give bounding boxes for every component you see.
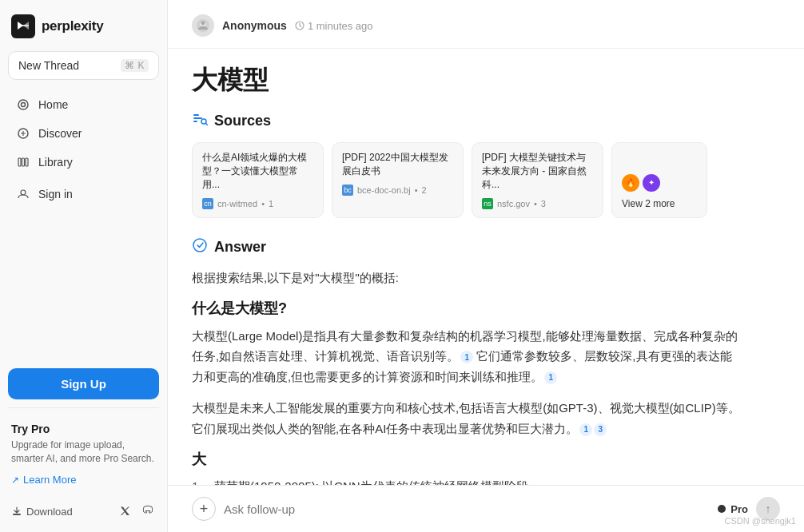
source-card-1[interactable]: 什么是AI领域火爆的大模型？一文读懂大模型常用... cn cn-witmed … <box>192 142 324 217</box>
citation-1[interactable]: 1 <box>460 351 473 363</box>
source-card-3[interactable]: [PDF] 大模型关键技术与未来发展方向 - 国家自然科... ns nsfc.… <box>472 142 603 217</box>
answer-subtitle: 什么是大模型? <box>192 299 743 318</box>
sign-up-button[interactable]: Sign Up <box>8 368 159 399</box>
followup-bar: + Pro ↑ <box>168 485 804 532</box>
download-label: Download <box>26 506 73 518</box>
learn-more-label: Learn More <box>23 474 76 486</box>
source-num-1: 1 <box>269 199 273 208</box>
view-more-label: View 2 more <box>622 198 697 209</box>
answer-intro: 根据搜索结果,以下是对"大模型"的概括: <box>192 268 743 288</box>
sidebar: perplexity New Thread ⌘ K Home Discover … <box>0 0 168 532</box>
source-title-2: [PDF] 2022中国大模型发展白皮书 <box>342 151 453 178</box>
twitter-icon[interactable] <box>117 503 133 519</box>
source-title-3: [PDF] 大模型关键技术与未来发展方向 - 国家自然科... <box>482 151 593 191</box>
view-more-icons: 🔥 ✦ <box>622 174 697 192</box>
new-thread-label: New Thread <box>18 59 79 72</box>
svg-rect-12 <box>193 114 199 116</box>
followup-pro-badge: Pro <box>718 503 748 515</box>
citation-1b[interactable]: 1 <box>544 371 557 384</box>
query-title: 大模型 <box>192 65 743 95</box>
svg-point-16 <box>193 239 206 252</box>
library-label: Library <box>38 156 73 169</box>
new-thread-shortcut: ⌘ K <box>121 59 149 72</box>
try-pro-section: Try Pro Upgrade for image upload, smarte… <box>8 416 159 495</box>
source-meta-3: ns nsfc.gov • 3 <box>482 198 593 209</box>
home-icon <box>16 97 30 112</box>
perplexity-logo-icon <box>11 14 35 38</box>
sign-in-icon <box>16 187 30 201</box>
followup-add-button[interactable]: + <box>192 497 216 521</box>
source-meta-1: cn cn-witmed • 1 <box>202 198 313 209</box>
view-more-icon-1: 🔥 <box>622 174 639 192</box>
sign-in-item[interactable]: Sign in <box>8 181 159 208</box>
pro-dot <box>718 505 726 513</box>
sidebar-item-library[interactable]: Library <box>8 149 159 176</box>
svg-point-7 <box>21 190 26 195</box>
home-label: Home <box>38 98 68 111</box>
sidebar-footer: Download <box>8 495 159 522</box>
learn-more-arrow-icon: ↗ <box>11 474 19 486</box>
view-more-icon-2: ✦ <box>643 174 660 192</box>
learn-more-button[interactable]: ↗ Learn More <box>11 472 156 487</box>
sign-in-label: Sign in <box>38 188 73 200</box>
time-label: 1 minutes ago <box>308 20 373 32</box>
source-card-2[interactable]: [PDF] 2022中国大模型发展白皮书 bc bce-doc-on.bj • … <box>332 142 464 217</box>
answer-paragraph-1: 大模型(Large Model)是指具有大量参数和复杂结构的机器学习模型,能够处… <box>192 326 743 387</box>
citation-2b[interactable]: 3 <box>594 423 607 436</box>
logo-text: perplexity <box>42 18 103 34</box>
svg-rect-8 <box>13 514 21 515</box>
svg-rect-4 <box>18 158 21 166</box>
source-favicon-1: cn <box>202 198 213 209</box>
discord-icon[interactable] <box>140 503 156 519</box>
sources-header: Sources <box>192 111 743 131</box>
source-title-1: 什么是AI领域火爆的大模型？一文读懂大模型常用... <box>202 151 313 191</box>
download-icon <box>11 506 22 517</box>
watermark: CSDN @shengjk1 <box>725 516 796 526</box>
source-num-3: 3 <box>541 199 546 208</box>
library-icon <box>16 155 30 169</box>
followup-input[interactable] <box>224 502 710 516</box>
nav-items: Home Discover Library Sign in <box>8 91 159 357</box>
content-area: 大模型 Sources 什么是AI领域火爆的大模型？一文读懂大模型常用... c… <box>168 49 767 532</box>
svg-point-1 <box>18 100 28 109</box>
new-thread-button[interactable]: New Thread ⌘ K <box>8 51 159 80</box>
answer-section: Answer 根据搜索结果,以下是对"大模型"的概括: 什么是大模型? 大模型(… <box>192 237 743 522</box>
paragraph2-text: 大模型是未来人工智能发展的重要方向和核心技术,包括语言大模型(如GPT-3)、视… <box>192 401 740 435</box>
try-pro-desc: Upgrade for image upload, smarter AI, an… <box>11 439 156 466</box>
source-count-1: • <box>261 199 265 208</box>
thread-user: Anonymous <box>222 19 287 32</box>
source-favicon-2: bc <box>342 185 353 196</box>
sources-grid: 什么是AI领域火爆的大模型？一文读懂大模型常用... cn cn-witmed … <box>192 142 743 217</box>
source-meta-2: bc bce-doc-on.bj • 2 <box>342 185 453 196</box>
sidebar-bottom: Try Pro Upgrade for image upload, smarte… <box>8 407 159 522</box>
svg-rect-0 <box>11 14 35 38</box>
citation-2a[interactable]: 1 <box>579 423 592 436</box>
sidebar-item-home[interactable]: Home <box>8 91 159 118</box>
svg-point-2 <box>22 103 26 107</box>
svg-rect-6 <box>26 158 28 166</box>
sidebar-item-discover[interactable]: Discover <box>8 120 159 147</box>
avatar <box>192 14 214 37</box>
view-more-card[interactable]: 🔥 ✦ View 2 more <box>611 142 707 217</box>
social-icons <box>117 503 156 519</box>
source-domain-2: bce-doc-on.bj <box>357 185 411 195</box>
sources-icon <box>192 111 208 131</box>
next-section-hint: 大 <box>192 450 743 469</box>
answer-icon <box>192 237 208 257</box>
logo-area: perplexity <box>8 10 159 51</box>
source-num-2: 2 <box>422 185 427 195</box>
svg-rect-14 <box>193 121 197 122</box>
svg-point-10 <box>201 22 205 26</box>
try-pro-title: Try Pro <box>11 423 156 435</box>
thread-header: Anonymous 1 minutes ago <box>168 0 804 49</box>
answer-title: Answer <box>214 239 266 256</box>
pro-label: Pro <box>730 503 748 515</box>
discover-icon <box>16 126 30 141</box>
svg-rect-5 <box>22 158 25 166</box>
clock-icon <box>295 21 304 30</box>
discover-label: Discover <box>38 127 82 140</box>
answer-header: Answer <box>192 237 743 257</box>
svg-rect-13 <box>193 117 202 119</box>
source-domain-3: nsfc.gov <box>497 199 530 208</box>
download-link[interactable]: Download <box>11 506 73 518</box>
